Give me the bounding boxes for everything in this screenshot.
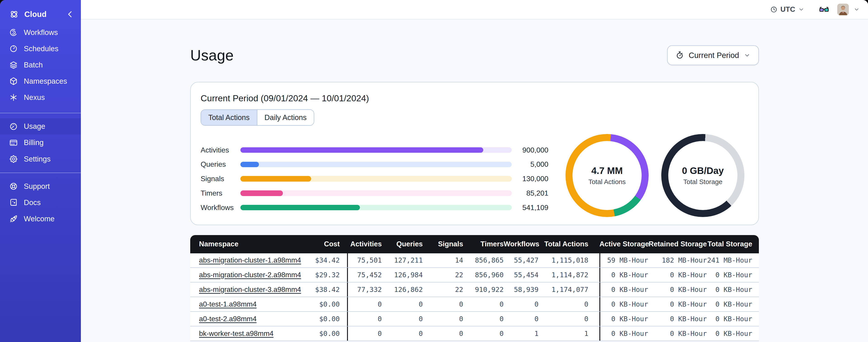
namespace-link[interactable]: a0-test-1.a98mm4 <box>199 300 256 308</box>
chart-row: Activities900,000Queries5,000Signals130,… <box>200 134 748 217</box>
sidebar-item-label: Workflows <box>24 28 58 37</box>
bar-label: Activities <box>200 146 240 154</box>
period-selector-button[interactable]: Current Period <box>667 45 759 65</box>
cell-queries: 0 <box>382 327 423 341</box>
donut-value: 4.7 MM <box>591 165 623 176</box>
content-scroll[interactable]: Usage Current Period Current Period (09/… <box>81 20 868 342</box>
column-header: Retained Storage <box>648 240 707 248</box>
namespace-link[interactable]: abs-migration-cluster-2.a98mm4 <box>199 271 301 279</box>
page-title: Usage <box>190 47 234 64</box>
bar-label: Queries <box>200 160 240 169</box>
cell-queries: 0 <box>382 312 423 326</box>
cell-workflows: 1 <box>504 327 538 341</box>
namespace-link[interactable]: a0-test-2.a98mm4 <box>199 315 256 323</box>
bar-fill <box>240 191 283 196</box>
glasses-icon <box>818 4 830 15</box>
feedback-glasses-button[interactable] <box>818 4 830 15</box>
cell-retained_storage: 182 MB-Hour <box>648 253 707 268</box>
sidebar-item-billing[interactable]: Billing <box>0 134 81 151</box>
cell-workflows: 55,427 <box>504 253 538 268</box>
sidebar-collapse-button[interactable] <box>65 9 75 20</box>
bar-track <box>240 205 512 210</box>
temporal-logo-icon <box>9 9 20 20</box>
sidebar-item-workflows[interactable]: Workflows <box>0 24 81 41</box>
sidebar-item-usage[interactable]: Usage <box>0 118 81 134</box>
bar-row: Activities900,000 <box>200 143 548 157</box>
cell-queries: 127,211 <box>382 253 423 268</box>
cell-total_storage: 0 KB-Hour <box>707 312 759 326</box>
timezone-label: UTC <box>780 5 795 13</box>
settings-icon <box>9 154 18 164</box>
cell-signals: 14 <box>423 253 463 268</box>
column-header: Cost <box>299 240 347 248</box>
cell-timers: 856,865 <box>463 253 504 268</box>
cell-signals: 22 <box>423 268 463 282</box>
sidebar-item-docs[interactable]: Docs <box>0 195 81 211</box>
sidebar-brand: Cloud <box>0 8 81 21</box>
bar-label: Timers <box>200 189 240 197</box>
actions-bar-chart: Activities900,000Queries5,000Signals130,… <box>200 143 548 215</box>
namespace-link[interactable]: bk-worker-test.a98mm4 <box>199 330 273 338</box>
cell-total_storage: 241 MB-Hour <box>707 253 759 268</box>
bar-value: 541,109 <box>512 204 548 212</box>
usage-card: Current Period (09/01/2024 — 10/01/2024)… <box>190 82 759 225</box>
column-header: Timers <box>463 240 504 248</box>
timezone-selector[interactable]: UTC <box>770 5 805 13</box>
sidebar-item-settings[interactable]: Settings <box>0 151 81 167</box>
bar-value: 900,000 <box>512 146 548 154</box>
sidebar-item-support[interactable]: Support <box>0 178 81 195</box>
cell-retained_storage: 0 KB-Hour <box>648 312 707 326</box>
table-row: abs-migration-cluster-3.a98mm4$38.4277,3… <box>190 282 759 297</box>
sidebar-item-schedules[interactable]: Schedules <box>0 41 81 57</box>
sidebar-item-welcome[interactable]: Welcome <box>0 211 81 227</box>
namespace-link[interactable]: abs-migration-cluster-3.a98mm4 <box>199 285 301 294</box>
cell-activities: 0 <box>347 297 382 311</box>
cell-queries: 126,862 <box>382 282 423 297</box>
donut-value: 0 GB/Day <box>682 165 724 176</box>
bar-fill <box>240 176 311 181</box>
bar-track <box>240 162 512 167</box>
bar-fill <box>240 147 483 153</box>
cell-cost: $0.00 <box>299 312 347 326</box>
cell-total_actions: 1,115,018 <box>538 253 599 268</box>
bar-value: 5,000 <box>512 160 548 169</box>
sidebar: Cloud WorkflowsSchedulesBatchNamespacesN… <box>0 0 81 342</box>
tab-daily-actions[interactable]: Daily Actions <box>257 110 314 126</box>
donut-center: 0 GB/Day Total Storage <box>661 134 744 217</box>
user-avatar[interactable] <box>837 4 849 15</box>
tab-total-actions[interactable]: Total Actions <box>201 110 257 126</box>
brand-label: Cloud <box>24 10 46 19</box>
cell-activities: 75,452 <box>347 268 382 282</box>
table-row: abs-migration-cluster-1.a98mm4$34.4275,5… <box>190 253 759 268</box>
table-row: bk-worker-test.a98mm4$0.000000110 KB-Hou… <box>190 327 759 341</box>
period-button-label: Current Period <box>689 51 739 60</box>
cell-cost: $0.00 <box>299 327 347 341</box>
schedules-icon <box>9 44 18 54</box>
cell-retained_storage: 0 KB-Hour <box>648 282 707 297</box>
sidebar-item-nexus[interactable]: Nexus <box>0 89 81 106</box>
cell-total_actions: 1,114,872 <box>538 268 599 282</box>
sidebar-item-batch[interactable]: Batch <box>0 57 81 73</box>
user-menu-chevron-icon[interactable] <box>853 6 860 13</box>
cell-total_actions: 0 <box>538 297 599 311</box>
support-icon <box>9 181 18 191</box>
cell-workflows: 55,454 <box>504 268 538 282</box>
sidebar-item-label: Welcome <box>24 214 55 223</box>
cell-cost: $29.32 <box>299 268 347 282</box>
donut-label: Total Storage <box>683 178 722 186</box>
billing-icon <box>9 138 18 147</box>
stopwatch-icon <box>675 51 684 60</box>
donut-charts: 4.7 MM Total Actions 0 GB/Day Total Stor… <box>565 134 744 217</box>
sidebar-item-namespaces[interactable]: Namespaces <box>0 73 81 89</box>
cell-active_storage: 0 KB-Hour <box>599 297 648 311</box>
donut-center: 4.7 MM Total Actions <box>565 134 649 217</box>
bar-value: 85,201 <box>512 189 548 197</box>
cell-timers: 856,960 <box>463 268 504 282</box>
total-actions-donut: 4.7 MM Total Actions <box>565 134 649 217</box>
cell-total_actions: 0 <box>538 312 599 326</box>
workflows-icon <box>9 28 18 37</box>
cell-namespace: a0-test-2.a98mm4 <box>190 312 299 326</box>
namespace-link[interactable]: abs-migration-cluster-1.a98mm4 <box>199 256 301 264</box>
cell-queries: 126,984 <box>382 268 423 282</box>
cell-retained_storage: 0 KB-Hour <box>648 297 707 311</box>
